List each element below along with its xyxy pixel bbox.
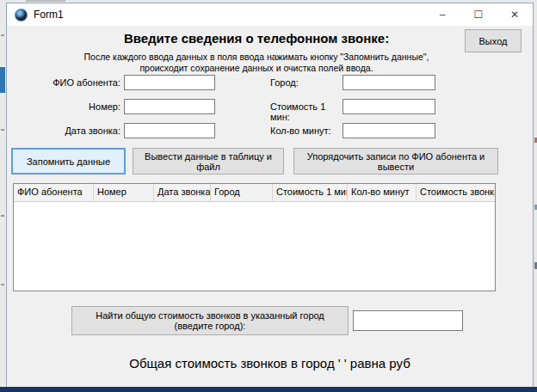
bottom-taskbar-strip: [0, 387, 537, 392]
save-data-button[interactable]: Запомнить данные: [11, 148, 126, 175]
column-header-cost-per-min[interactable]: Стоимость 1 мин.: [273, 184, 348, 201]
cost-per-min-label: Стоимость 1 мин:: [270, 101, 341, 122]
calls-table: ФИО абонента Номер Дата звонка Город Сто…: [13, 183, 496, 291]
search-city-input[interactable]: [353, 310, 463, 331]
column-header-minutes[interactable]: Кол-во минут: [348, 184, 417, 201]
instructions-text: После каждого ввода данных в поля ввода …: [48, 52, 465, 74]
window-controls: – ☐ ✕: [424, 3, 533, 26]
date-input[interactable]: [124, 123, 215, 138]
background-artifact: [1, 129, 4, 131]
city-field-input[interactable]: [343, 75, 435, 90]
minutes-label: Кол-во минут:: [270, 126, 341, 136]
form-window: Form1 – ☐ ✕ Введите сведения о телефонно…: [6, 3, 534, 388]
instructions-line-1: После каждого ввода данных в поля ввода …: [84, 52, 429, 62]
date-label: Дата звонка:: [33, 126, 120, 136]
background-artifact: [0, 67, 5, 93]
app-icon: [15, 9, 28, 21]
total-cost-label: Общая стоимость звонков в город ' ' равн…: [7, 356, 533, 371]
background-artifact: [1, 284, 4, 285]
cost-per-min-input[interactable]: [343, 99, 435, 114]
exit-button[interactable]: Выход: [465, 29, 522, 52]
fio-label: ФИО абонента:: [33, 77, 120, 88]
find-total-cost-button[interactable]: Найти общую стоимость звонков в указанны…: [71, 306, 349, 335]
window-title: Form1: [34, 9, 64, 21]
calls-table-body: [14, 202, 495, 291]
city-label: Город:: [270, 77, 341, 88]
calls-table-header: ФИО абонента Номер Дата звонка Город Сто…: [14, 184, 495, 202]
column-header-date[interactable]: Дата звонка: [154, 184, 211, 201]
close-icon[interactable]: ✕: [497, 3, 533, 26]
output-to-table-button[interactable]: Вывести данные в таблицу и файл: [133, 148, 284, 175]
column-header-number[interactable]: Номер: [94, 184, 154, 201]
background-artifact: [1, 34, 4, 36]
column-header-fio[interactable]: ФИО абонента: [14, 184, 94, 201]
column-header-city[interactable]: Город: [211, 184, 273, 201]
background-artifact: [26, 0, 65, 2]
instructions-line-2: происходит сохранение данных и очистка п…: [139, 63, 373, 73]
page-title: Введите сведения о телефонном звонке:: [54, 31, 459, 46]
number-label: Номер:: [33, 101, 120, 112]
minutes-input[interactable]: [343, 123, 435, 138]
column-header-call-cost[interactable]: Стоимость звонка: [417, 184, 495, 201]
fio-input[interactable]: [124, 75, 215, 90]
sort-by-fio-button[interactable]: Упорядочить записи по ФИО абонента и выв…: [293, 148, 498, 175]
minimize-icon[interactable]: –: [424, 3, 460, 26]
titlebar: Form1 – ☐ ✕: [7, 3, 533, 26]
background-artifact: [1, 215, 4, 217]
number-input[interactable]: [124, 99, 215, 114]
maximize-icon[interactable]: ☐: [460, 3, 497, 26]
